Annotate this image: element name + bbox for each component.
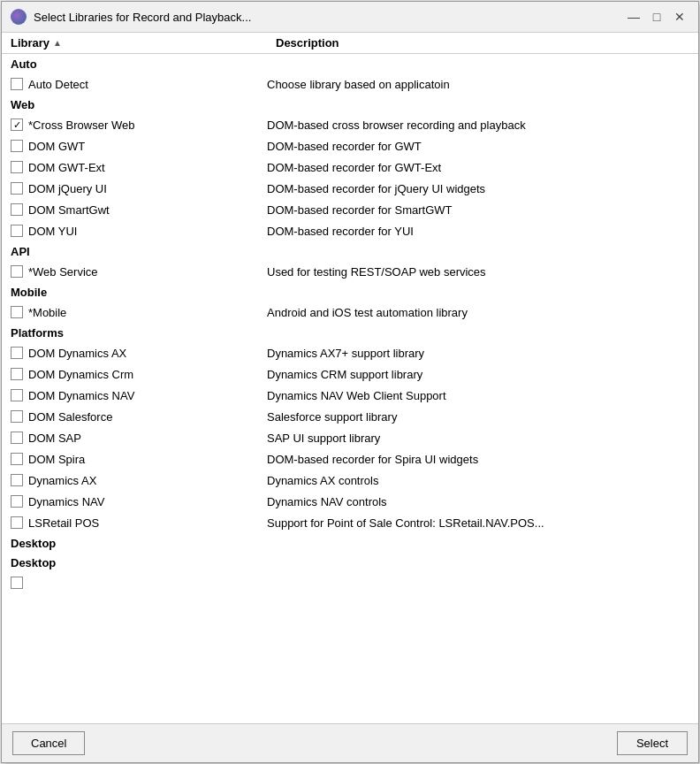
section-header-web: Web [2, 95, 698, 114]
checkbox-cross-browser-web[interactable]: ✓ [11, 118, 23, 131]
checkbox-dom-salesforce[interactable] [11, 410, 23, 423]
description-dom-dynamics-ax: Dynamics AX7+ support library [267, 347, 689, 360]
library-name-dom-spira: DOM Spira [28, 453, 267, 466]
dialog-content: Library ▲ Description AutoAuto DetectCho… [2, 33, 698, 723]
list-item-dom-sap[interactable]: DOM SAPSAP UI support library [2, 427, 698, 448]
library-name-dom-dynamics-ax: DOM Dynamics AX [28, 347, 267, 360]
window-controls: — □ ✕ [624, 7, 689, 27]
section-header-platforms: Platforms [2, 323, 698, 342]
library-name-dom-sap: DOM SAP [28, 432, 267, 445]
checkbox-dom-dynamics-crm[interactable] [11, 368, 23, 380]
list-item-dom-jquery-ui[interactable]: DOM jQuery UIDOM-based recorder for jQue… [2, 178, 698, 199]
checkbox-dom-yui[interactable] [11, 225, 23, 237]
checkbox-dom-spira[interactable] [11, 453, 23, 465]
section-header-auto: Auto [2, 54, 698, 73]
list-item-lsretail-pos[interactable]: LSRetail POSSupport for Point of Sale Co… [2, 512, 698, 533]
list-item-dom-dynamics-crm[interactable]: DOM Dynamics CrmDynamics CRM support lib… [2, 363, 698, 385]
library-name-dom-gwt: DOM GWT [28, 140, 267, 153]
sort-arrow-icon: ▲ [53, 38, 62, 48]
list-item-web-service[interactable]: *Web ServiceUsed for testing REST/SOAP w… [2, 261, 698, 282]
description-dom-dynamics-crm: Dynamics CRM support library [267, 368, 689, 381]
checkbox-dom-gwt-ext[interactable] [11, 161, 23, 173]
checkbox-mobile[interactable] [11, 306, 23, 318]
dialog-footer: Cancel Select [2, 723, 698, 762]
list-item-dom-smartgwt[interactable]: DOM SmartGwtDOM-based recorder for Smart… [2, 199, 698, 220]
checkbox-dom-sap[interactable] [11, 432, 23, 444]
list-item-dom-yui[interactable]: DOM YUIDOM-based recorder for YUI [2, 220, 698, 241]
list-item-dom-gwt-ext[interactable]: DOM GWT-ExtDOM-based recorder for GWT-Ex… [2, 157, 698, 178]
cancel-button[interactable]: Cancel [12, 731, 85, 755]
minimize-button[interactable]: — [624, 7, 643, 27]
list-item-dom-spira[interactable]: DOM SpiraDOM-based recorder for Spira UI… [2, 448, 698, 470]
checkbox-dynamics-nav[interactable] [11, 495, 23, 508]
description-dom-yui: DOM-based recorder for YUI [267, 225, 689, 238]
description-lsretail-pos: Support for Point of Sale Control: LSRet… [267, 516, 689, 530]
library-name-dom-jquery-ui: DOM jQuery UI [28, 182, 267, 195]
library-name-dynamics-nav: Dynamics NAV [28, 495, 267, 508]
list-item-cross-browser-web[interactable]: ✓*Cross Browser WebDOM-based cross brows… [2, 114, 698, 135]
library-name-auto-detect: Auto Detect [28, 78, 267, 91]
library-name-web-service: *Web Service [28, 265, 267, 279]
list-item-dom-dynamics-ax[interactable]: DOM Dynamics AXDynamics AX7+ support lib… [2, 342, 698, 363]
description-dynamics-nav: Dynamics NAV controls [267, 495, 689, 508]
dialog: Select Libraries for Record and Playback… [1, 1, 699, 763]
description-dom-jquery-ui: DOM-based recorder for jQuery UI widgets [267, 182, 689, 195]
checkbox-dynamics-ax[interactable] [11, 474, 23, 486]
checkbox-dom-gwt[interactable] [11, 140, 23, 152]
library-name-dynamics-ax: Dynamics AX [28, 474, 267, 487]
list-item-dynamics-ax[interactable]: Dynamics AXDynamics AX controls [2, 470, 698, 491]
checkbox-desktop-partial[interactable] [11, 577, 23, 589]
title-bar: Select Libraries for Record and Playback… [2, 2, 698, 33]
description-column-header: Description [276, 36, 689, 50]
library-name-cross-browser-web: *Cross Browser Web [28, 118, 267, 132]
checkbox-dom-dynamics-nav[interactable] [11, 389, 23, 401]
list-item-dom-dynamics-nav[interactable]: DOM Dynamics NAVDynamics NAV Web Client … [2, 385, 698, 406]
checkbox-lsretail-pos[interactable] [11, 516, 23, 529]
checkbox-dom-smartgwt[interactable] [11, 203, 23, 216]
library-name-dom-yui: DOM YUI [28, 225, 267, 238]
column-headers: Library ▲ Description [2, 33, 698, 54]
select-button[interactable]: Select [617, 731, 688, 755]
description-dom-salesforce: Salesforce support library [267, 410, 689, 424]
checkbox-auto-detect[interactable] [11, 78, 23, 90]
library-name-dom-dynamics-crm: DOM Dynamics Crm [28, 368, 267, 381]
section-header-mobile: Mobile [2, 282, 698, 302]
library-name-mobile: *Mobile [28, 306, 267, 319]
checkbox-dom-jquery-ui[interactable] [11, 182, 23, 195]
description-auto-detect: Choose library based on applicatoin [267, 78, 689, 91]
description-dom-sap: SAP UI support library [267, 432, 689, 445]
library-list[interactable]: AutoAuto DetectChoose library based on a… [2, 54, 698, 723]
list-item-dom-gwt[interactable]: DOM GWTDOM-based recorder for GWT [2, 135, 698, 157]
checkbox-web-service[interactable] [11, 265, 23, 278]
description-dom-gwt: DOM-based recorder for GWT [267, 140, 689, 153]
description-dom-gwt-ext: DOM-based recorder for GWT-Ext [267, 161, 689, 174]
library-name-dom-smartgwt: DOM SmartGwt [28, 203, 267, 217]
description-dynamics-ax: Dynamics AX controls [267, 474, 689, 487]
description-dom-dynamics-nav: Dynamics NAV Web Client Support [267, 389, 689, 402]
description-dom-smartgwt: DOM-based recorder for SmartGWT [267, 203, 689, 217]
close-button[interactable]: ✕ [670, 7, 689, 27]
list-item-dynamics-nav[interactable]: Dynamics NAVDynamics NAV controls [2, 491, 698, 512]
library-name-dom-dynamics-nav: DOM Dynamics NAV [28, 389, 267, 402]
list-item-desktop-partial[interactable] [2, 572, 698, 593]
description-mobile: Android and iOS test automation library [267, 306, 689, 319]
section-header-desktop: Desktop [2, 553, 698, 572]
library-column-header: Library ▲ [11, 36, 276, 50]
section-header-api: API [2, 241, 698, 261]
list-item-dom-salesforce[interactable]: DOM SalesforceSalesforce support library [2, 406, 698, 427]
checkbox-dom-dynamics-ax[interactable] [11, 347, 23, 359]
library-name-dom-gwt-ext: DOM GWT-Ext [28, 161, 267, 174]
list-item-mobile[interactable]: *MobileAndroid and iOS test automation l… [2, 302, 698, 323]
library-name-lsretail-pos: LSRetail POS [28, 516, 267, 530]
library-name-dom-salesforce: DOM Salesforce [28, 410, 267, 424]
description-web-service: Used for testing REST/SOAP web services [267, 265, 689, 279]
dialog-title: Select Libraries for Record and Playback… [34, 11, 617, 24]
description-cross-browser-web: DOM-based cross browser recording and pl… [267, 118, 689, 132]
app-icon [11, 9, 27, 25]
list-item-auto-detect[interactable]: Auto DetectChoose library based on appli… [2, 73, 698, 95]
maximize-button[interactable]: □ [647, 7, 666, 27]
description-dom-spira: DOM-based recorder for Spira UI widgets [267, 453, 689, 466]
section-header-desktop: Desktop [2, 533, 698, 553]
